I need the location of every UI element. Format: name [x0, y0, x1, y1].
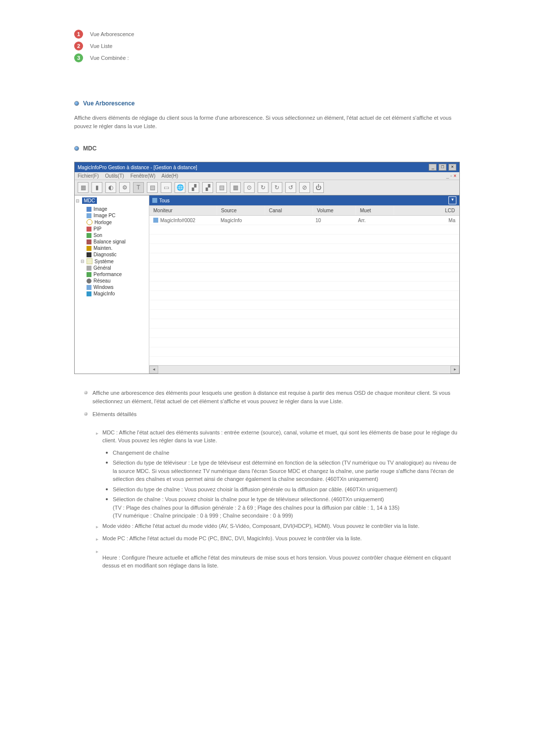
- mainten-icon: [87, 246, 91, 251]
- tool-btn-12[interactable]: ▦: [230, 182, 241, 193]
- tree-item-son[interactable]: Son: [75, 232, 149, 238]
- tool-btn-8[interactable]: 🌐: [175, 182, 185, 193]
- legend-row-2: 2 Vue Liste: [74, 42, 460, 50]
- tree-item-performance[interactable]: Performance: [75, 271, 149, 278]
- tree-item-reseau[interactable]: Réseau: [75, 278, 149, 284]
- sub-item-heure: ▸ Heure : Configure l'heure actuelle et …: [96, 547, 460, 570]
- child-close[interactable]: ×: [453, 173, 456, 179]
- legend-row-1: 1 Vue Arborescence: [74, 30, 460, 39]
- dot-row: Sélection du type de téléviseur : Le typ…: [106, 459, 460, 483]
- dot-chsel: Sélection de chaîne : Vous pouvez choisi…: [113, 496, 384, 502]
- col-canal[interactable]: Canal: [265, 206, 313, 215]
- dot-row: Changement de chaîne: [106, 449, 460, 457]
- child-minimize[interactable]: _: [446, 173, 449, 179]
- list-filter-dropdown[interactable]: Tous ▾: [149, 195, 459, 205]
- tree-item-pip[interactable]: PIP: [75, 226, 149, 232]
- tool-btn-17[interactable]: ⊘: [299, 182, 310, 193]
- tool-btn-6[interactable]: ▤: [147, 182, 158, 193]
- tool-btn-3[interactable]: ◐: [105, 182, 116, 193]
- section-vue-arborescence: Vue Arborescence: [74, 100, 460, 107]
- menubar: Fichier(F) Outils(T) Fenêtre(W) Aide(H) …: [75, 172, 459, 180]
- list-row: [149, 357, 459, 365]
- sub-item-mdc: ▸ MDC : Affiche l'état actuel des élémen…: [96, 428, 460, 445]
- list-filter-bar: Tous ▾: [149, 195, 459, 206]
- child-window-controls: _ ▫ ×: [446, 173, 456, 179]
- child-restore[interactable]: ▫: [450, 173, 452, 179]
- minimize-button[interactable]: _: [429, 164, 437, 171]
- list-row: [149, 347, 459, 357]
- list-scrollbar[interactable]: ◂ ▸: [149, 365, 459, 374]
- tool-btn-18[interactable]: ⏻: [313, 182, 324, 193]
- tool-btn-10[interactable]: ▞: [202, 182, 213, 193]
- col-source[interactable]: Source: [217, 206, 265, 215]
- tool-btn-15[interactable]: ↻: [271, 182, 282, 193]
- legend-label-1: Vue Arborescence: [90, 31, 134, 37]
- tree-item-image[interactable]: Image: [75, 206, 149, 212]
- tree-root-mdc[interactable]: MDC: [82, 197, 97, 204]
- col-volume[interactable]: Volume: [313, 206, 356, 215]
- tool-btn-13[interactable]: ⊙: [244, 182, 255, 193]
- tree-item-diagnostic[interactable]: Diagnostic: [75, 251, 149, 258]
- scroll-right-icon[interactable]: ▸: [450, 366, 459, 374]
- dot-icon: [106, 452, 108, 454]
- tool-btn-11[interactable]: ▤: [216, 182, 227, 193]
- col-muet[interactable]: Muet: [356, 206, 394, 215]
- col-lcd[interactable]: LCD: [394, 206, 459, 215]
- list-row: [149, 225, 459, 235]
- scroll-left-icon[interactable]: ◂: [149, 366, 158, 374]
- close-button[interactable]: ×: [448, 164, 456, 171]
- col-moniteur[interactable]: Moniteur: [149, 206, 217, 215]
- sound-icon: [87, 233, 91, 238]
- list-row: [149, 338, 459, 347]
- tree-group-systeme[interactable]: ⊟Système: [75, 258, 149, 265]
- list-row: [149, 235, 459, 244]
- dot-chgt: Changement de chaîne: [113, 449, 169, 457]
- dropdown-icon[interactable]: ▾: [448, 196, 456, 204]
- grey-bullet-icon: [84, 412, 88, 416]
- network-icon: [87, 279, 91, 284]
- tool-btn-2[interactable]: ▮: [91, 182, 102, 193]
- dot-icon: [106, 498, 108, 500]
- menu-window[interactable]: Fenêtre(W): [131, 173, 156, 179]
- tree-expand-icon[interactable]: ⊟: [76, 198, 81, 203]
- tree-item-windows[interactable]: Windows: [75, 284, 149, 290]
- tool-btn-16[interactable]: ↺: [285, 182, 296, 193]
- legend-num-2-icon: 2: [74, 42, 83, 50]
- magicinfo-icon: [87, 291, 91, 296]
- menu-help[interactable]: Aide(H): [161, 173, 178, 179]
- tool-btn-7[interactable]: ▭: [161, 182, 172, 193]
- maximize-button[interactable]: □: [439, 164, 446, 171]
- para-bullet: Affiche une arborescence des éléments po…: [84, 389, 460, 405]
- tree-item-imagepc[interactable]: Image PC: [75, 212, 149, 219]
- tree-item-magicinfo[interactable]: MagicInfo: [75, 290, 149, 297]
- monitor-icon: [153, 218, 158, 223]
- tree-item-balance[interactable]: Balance signal: [75, 238, 149, 245]
- tree-pane[interactable]: ⊟ MDC Image Image PC Horloge PIP Son Bal…: [75, 195, 149, 374]
- toolbar: ▦ ▮ ◐ ⚙ T ▤ ▭ 🌐 ▞ ▞ ▤ ▦ ⊙ ↻ ↻ ↺ ⊘ ⏻: [75, 180, 459, 195]
- subhead-bullet: Eléments détaillés: [84, 410, 460, 424]
- list-row[interactable]: MagicInfo#0002 MagicInfo 10 Arr. Ma: [149, 216, 459, 225]
- app-window: MagicInfoPro Gestion à distance - [Gesti…: [74, 162, 460, 374]
- tool-btn-4[interactable]: ⚙: [119, 182, 130, 193]
- tool-btn-1[interactable]: ▦: [78, 182, 89, 193]
- tree-item-mainten[interactable]: Mainten.: [75, 245, 149, 251]
- sub-item-modepc: ▸ Mode PC : Affiche l'état actuel du mod…: [96, 534, 460, 543]
- list-row: [149, 329, 459, 338]
- tree-expand-icon[interactable]: ⊟: [81, 259, 85, 264]
- list-row: [149, 272, 459, 282]
- menu-tools[interactable]: Outils(T): [105, 173, 124, 179]
- list-body[interactable]: MagicInfo#0002 MagicInfo 10 Arr. Ma: [149, 216, 459, 365]
- list-row: [149, 253, 459, 263]
- tool-btn-t[interactable]: T: [133, 182, 144, 193]
- legend-label-3: Vue Combinée :: [90, 55, 129, 61]
- list-row: [149, 282, 459, 291]
- tool-btn-9[interactable]: ▞: [188, 182, 199, 193]
- grey-bullet-icon: [84, 391, 88, 394]
- general-icon: [87, 266, 91, 271]
- menu-file[interactable]: Fichier(F): [78, 173, 99, 179]
- perf-icon: [87, 272, 91, 277]
- tree-item-general[interactable]: Général: [75, 265, 149, 271]
- pip-icon: [87, 227, 91, 232]
- tree-item-horloge[interactable]: Horloge: [75, 219, 149, 226]
- tool-btn-14[interactable]: ↻: [258, 182, 268, 193]
